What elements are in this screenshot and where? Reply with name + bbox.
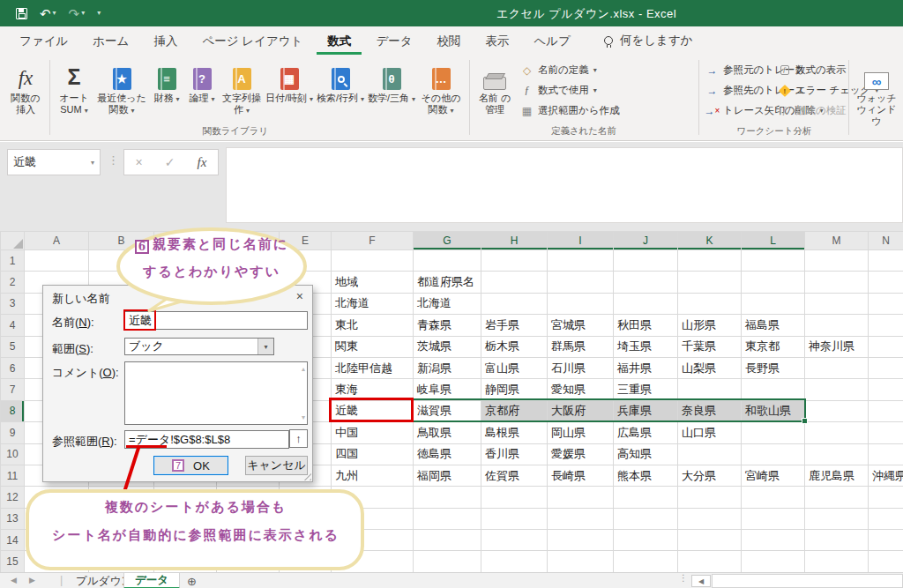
cell-L2[interactable] <box>742 272 805 293</box>
cell-M9[interactable] <box>805 422 869 443</box>
cell-H14[interactable] <box>481 530 548 551</box>
cell-J6[interactable]: 福井県 <box>614 357 678 378</box>
cell-K15[interactable] <box>678 551 742 572</box>
column-header-A[interactable]: A <box>25 232 89 250</box>
insert-function-button[interactable]: fx 関数の挿入 <box>4 58 47 115</box>
column-header-J[interactable]: J <box>614 232 678 250</box>
cell-D14[interactable] <box>217 530 280 551</box>
row-header-5[interactable]: 5 <box>1 336 25 357</box>
tab-insert[interactable]: 挿入 <box>143 27 188 55</box>
financial-button[interactable]: ≡ 財務 ▾ <box>150 58 183 104</box>
cell-M13[interactable] <box>805 508 869 529</box>
cell-K11[interactable]: 大分県 <box>678 465 742 486</box>
horizontal-scrollbar[interactable] <box>712 574 903 588</box>
cell-L9[interactable] <box>742 422 805 443</box>
cell-F10[interactable]: 四国 <box>332 443 414 465</box>
new-sheet-icon[interactable]: ⊕ <box>187 575 197 588</box>
cell-I5[interactable]: 群馬県 <box>548 336 614 357</box>
cell-M3[interactable] <box>805 293 869 314</box>
cell-L10[interactable] <box>742 443 805 465</box>
tab-page-layout[interactable]: ページ レイアウト <box>191 27 313 55</box>
cell-G8[interactable]: 滋賀県 <box>414 400 481 421</box>
cell-N14[interactable] <box>869 530 903 551</box>
cell-I8[interactable]: 大阪府 <box>548 400 614 421</box>
cell-C1[interactable] <box>154 250 217 272</box>
cell-H4[interactable]: 岩手県 <box>481 315 548 336</box>
scope-dropdown[interactable]: ブック ▾ <box>124 338 274 355</box>
cell-G6[interactable]: 新潟県 <box>414 357 481 378</box>
cell-L14[interactable] <box>742 530 805 551</box>
cell-M11[interactable]: 鹿児島県 <box>805 465 869 486</box>
cell-J10[interactable]: 高知県 <box>614 443 678 465</box>
cell-J13[interactable] <box>614 508 678 529</box>
evaluate-formula-button[interactable]: ƒ 数式の検証 <box>778 104 847 117</box>
cell-G11[interactable]: 福岡県 <box>414 465 481 486</box>
cell-K10[interactable] <box>678 443 742 465</box>
cell-M12[interactable] <box>805 487 869 508</box>
cell-H7[interactable]: 静岡県 <box>481 379 548 400</box>
row-header-12[interactable]: 12 <box>1 487 25 508</box>
cell-N4[interactable] <box>869 315 903 336</box>
cell-H12[interactable] <box>481 487 548 508</box>
tab-data[interactable]: データ <box>365 27 422 55</box>
cell-H6[interactable]: 富山県 <box>481 357 548 378</box>
cell-I9[interactable]: 岡山県 <box>548 422 614 443</box>
cell-J12[interactable] <box>614 487 678 508</box>
row-header-7[interactable]: 7 <box>1 379 25 400</box>
cancel-button[interactable]: キャンセル <box>245 456 308 475</box>
cell-G9[interactable]: 鳥取県 <box>414 422 481 443</box>
cell-G1[interactable] <box>414 250 481 272</box>
cell-F15[interactable] <box>332 551 414 572</box>
row-header-13[interactable]: 13 <box>1 508 25 529</box>
cell-F8[interactable]: 近畿 <box>332 400 414 421</box>
cell-J11[interactable]: 熊本県 <box>614 465 678 486</box>
cell-M15[interactable] <box>805 551 869 572</box>
recent-functions-button[interactable]: ★ 最近使った関数 ▾ <box>95 58 148 115</box>
sheet-tab-data[interactable]: データ <box>123 573 180 588</box>
cell-J1[interactable] <box>614 250 678 272</box>
undo-button[interactable]: ↶▾ <box>40 7 56 20</box>
cell-M4[interactable] <box>805 315 869 336</box>
comment-scroll-up-icon[interactable]: ▴ <box>302 365 305 373</box>
cell-G15[interactable] <box>414 551 481 572</box>
cell-K8[interactable]: 奈良県 <box>678 400 742 421</box>
cell-G12[interactable] <box>414 487 481 508</box>
cell-F11[interactable]: 九州 <box>332 465 414 486</box>
cell-F5[interactable]: 関東 <box>332 336 414 357</box>
row-header-6[interactable]: 6 <box>1 357 25 378</box>
confirm-entry-icon[interactable]: ✓ <box>165 155 175 169</box>
cell-L3[interactable] <box>742 293 805 314</box>
logical-button[interactable]: ? 論理 ▾ <box>185 58 219 104</box>
cell-N11[interactable]: 沖縄県 <box>869 465 903 486</box>
row-header-15[interactable]: 15 <box>1 551 25 572</box>
cell-L6[interactable]: 長野県 <box>742 357 805 378</box>
tab-view[interactable]: 表示 <box>475 27 520 55</box>
cell-J8[interactable]: 兵庫県 <box>614 400 678 421</box>
cell-I3[interactable] <box>548 293 614 314</box>
cell-M6[interactable] <box>805 357 869 378</box>
cell-F1[interactable] <box>332 250 414 272</box>
scope-dropdown-caret-icon[interactable]: ▾ <box>257 339 273 354</box>
tab-file[interactable]: ファイル <box>9 27 78 55</box>
cell-A12[interactable] <box>25 487 89 508</box>
cancel-entry-icon[interactable]: × <box>136 155 143 169</box>
row-header-9[interactable]: 9 <box>1 422 25 443</box>
cell-H5[interactable]: 栃木県 <box>481 336 548 357</box>
cell-H1[interactable] <box>481 250 548 272</box>
cell-I14[interactable] <box>548 530 614 551</box>
cell-N2[interactable] <box>869 272 903 293</box>
column-header-C[interactable]: C <box>154 232 217 250</box>
cell-I13[interactable] <box>548 508 614 529</box>
column-header-K[interactable]: K <box>678 232 742 250</box>
cell-N8[interactable] <box>869 400 903 421</box>
cell-E13[interactable] <box>280 508 332 529</box>
select-all-corner[interactable] <box>1 232 25 250</box>
math-functions-button[interactable]: θ 数学/三角 ▾ <box>367 58 416 104</box>
cell-M10[interactable] <box>805 443 869 465</box>
watch-window-button[interactable]: ∞ ウォッチ ウィンドウ <box>854 58 899 128</box>
cell-D13[interactable] <box>217 508 280 529</box>
cell-G5[interactable]: 茨城県 <box>414 336 481 357</box>
cell-J3[interactable] <box>614 293 678 314</box>
cell-F9[interactable]: 中国 <box>332 422 414 443</box>
column-header-H[interactable]: H <box>481 232 548 250</box>
